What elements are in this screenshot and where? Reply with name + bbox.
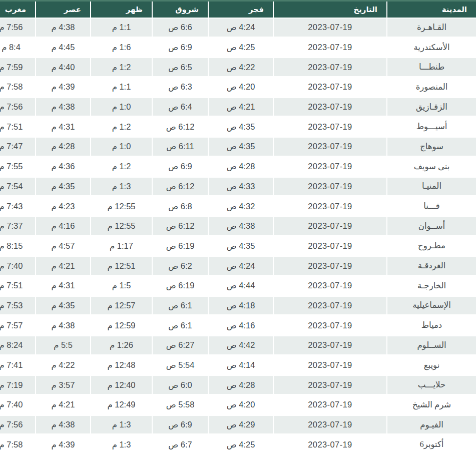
- cell-city: بنى سويف: [387, 157, 476, 177]
- cell-sunrise: 6:19 ص: [152, 236, 208, 256]
- cell-date: 2023-07-19: [273, 38, 387, 58]
- cell-city: أســوان: [387, 216, 476, 236]
- cell-sunrise: 6:9 ص: [152, 157, 208, 177]
- cell-maghrib: 7:56 م: [0, 97, 36, 117]
- table-row: أكتوبر62023-07-194:25 ص6:7 ص1:3 م4:39 م7…: [0, 434, 476, 454]
- cell-asr: 4:38 م: [36, 97, 91, 117]
- cell-sunrise: 6:12 ص: [152, 177, 208, 197]
- cell-sunrise: 6:7 ص: [152, 434, 208, 454]
- cell-maghrib: 7:37 م: [0, 216, 36, 236]
- cell-sunrise: 6:3 ص: [152, 77, 208, 97]
- cell-dhuhr: 1:3 م: [91, 415, 152, 435]
- cell-dhuhr: 1:2 م: [91, 117, 152, 137]
- cell-fajr: 4:25 ص: [208, 38, 273, 58]
- table-row: بنى سويف2023-07-194:28 ص6:9 ص1:2 م4:36 م…: [0, 157, 476, 177]
- cell-sunrise: 6:0 ص: [152, 375, 208, 395]
- cell-dhuhr: 1:6 م: [91, 38, 152, 58]
- cell-dhuhr: 1:1 م: [91, 77, 152, 97]
- cell-fajr: 4:35 ص: [208, 236, 273, 256]
- cell-city: القـاهـرة: [387, 18, 476, 38]
- cell-city: الإسماعيلية: [387, 296, 476, 316]
- column-header-fajr: فجر: [208, 2, 273, 18]
- column-header-date: التاريخ: [273, 2, 387, 18]
- table-row: أســوان2023-07-194:38 ص6:12 ص12:55 م4:16…: [0, 216, 476, 236]
- cell-maghrib: 7:53 م: [0, 296, 36, 316]
- cell-dhuhr: 1:3 م: [91, 177, 152, 197]
- cell-fajr: 4:21 ص: [208, 97, 273, 117]
- cell-maghrib: 7:40 م: [0, 395, 36, 415]
- prayer-times-page: المدينةالتاريخفجرشروقظهرعصرمغربعشاء القـ…: [0, 0, 476, 456]
- cell-fajr: 4:42 ص: [208, 335, 273, 355]
- cell-asr: 4:36 م: [36, 157, 91, 177]
- table-row: المنيـا2023-07-194:33 ص6:12 ص1:3 م4:35 م…: [0, 177, 476, 197]
- cell-city: الســلوم: [387, 335, 476, 355]
- cell-sunrise: 6:27 ص: [152, 335, 208, 355]
- cell-dhuhr: 12:49 م: [91, 395, 152, 415]
- cell-city: المنيـا: [387, 177, 476, 197]
- cell-asr: 4:38 م: [36, 415, 91, 435]
- cell-fajr: 4:16 ص: [208, 315, 273, 335]
- cell-dhuhr: 12:48 م: [91, 355, 152, 375]
- cell-dhuhr: 12:51 م: [91, 256, 152, 276]
- table-row: أسيـــوط2023-07-194:35 ص6:12 ص1:2 م4:31 …: [0, 117, 476, 137]
- cell-maghrib: 7:57 م: [0, 315, 36, 335]
- cell-fajr: 4:32 ص: [208, 196, 273, 216]
- cell-sunrise: 6:1 ص: [152, 315, 208, 335]
- cell-date: 2023-07-19: [273, 355, 387, 375]
- cell-maghrib: 7:56 م: [0, 18, 36, 38]
- table-row: الخارجـة2023-07-194:44 ص6:19 ص1:5 م4:31 …: [0, 276, 476, 296]
- cell-asr: 3:57 م: [36, 375, 91, 395]
- cell-maghrib: 7:47 م: [0, 137, 36, 157]
- prayer-table-body: القـاهـرة2023-07-194:24 ص6:6 ص1:1 م4:38 …: [0, 18, 476, 454]
- table-row: مطـروح2023-07-194:35 ص6:19 ص1:17 م4:57 م…: [0, 236, 476, 256]
- cell-fajr: 4:20 ص: [208, 77, 273, 97]
- cell-date: 2023-07-19: [273, 335, 387, 355]
- cell-dhuhr: 1:2 م: [91, 57, 152, 77]
- cell-maghrib: 7:59 م: [0, 57, 36, 77]
- cell-dhuhr: 1:0 م: [91, 97, 152, 117]
- cell-date: 2023-07-19: [273, 236, 387, 256]
- cell-fajr: 4:28 ص: [208, 157, 273, 177]
- cell-maghrib: 7:54 م: [0, 177, 36, 197]
- cell-asr: 4:57 م: [36, 236, 91, 256]
- table-row: سوهاج2023-07-194:35 ص6:11 ص1:0 م4:28 م7:…: [0, 137, 476, 157]
- cell-asr: 4:31 م: [36, 276, 91, 296]
- cell-asr: 4:22 م: [36, 355, 91, 375]
- cell-asr: 4:45 م: [36, 38, 91, 58]
- table-row: المنصورة2023-07-194:20 ص6:3 ص1:1 م4:39 م…: [0, 77, 476, 97]
- cell-date: 2023-07-19: [273, 256, 387, 276]
- column-header-sunrise: شروق: [152, 2, 208, 18]
- table-row: طنطـــا2023-07-194:22 ص6:5 ص1:2 م4:40 م7…: [0, 57, 476, 77]
- table-row: دمياط2023-07-194:16 ص6:1 ص12:59 م4:38 م7…: [0, 315, 476, 335]
- cell-asr: 4:21 م: [36, 256, 91, 276]
- cell-sunrise: 6:19 ص: [152, 276, 208, 296]
- cell-city: الخارجـة: [387, 276, 476, 296]
- cell-maghrib: 7:55 م: [0, 157, 36, 177]
- cell-date: 2023-07-19: [273, 157, 387, 177]
- cell-maghrib: 7:40 م: [0, 256, 36, 276]
- cell-fajr: 4:35 ص: [208, 137, 273, 157]
- cell-maghrib: 8:4 م: [0, 38, 36, 58]
- cell-city: دمياط: [387, 315, 476, 335]
- cell-fajr: 4:20 ص: [208, 395, 273, 415]
- cell-maghrib: 7:19 م: [0, 375, 36, 395]
- cell-maghrib: 7:43 م: [0, 196, 36, 216]
- cell-sunrise: 6:11 ص: [152, 137, 208, 157]
- cell-city: الأسكندرية: [387, 38, 476, 58]
- table-row: الإسماعيلية2023-07-194:18 ص6:1 ص12:57 م4…: [0, 296, 476, 316]
- cell-date: 2023-07-19: [273, 97, 387, 117]
- cell-asr: 4:35 م: [36, 177, 91, 197]
- table-row: الفيـوم2023-07-194:29 ص6:9 ص1:3 م4:38 م7…: [0, 415, 476, 435]
- cell-asr: 4:31 م: [36, 117, 91, 137]
- cell-fajr: 4:22 ص: [208, 57, 273, 77]
- cell-date: 2023-07-19: [273, 196, 387, 216]
- table-row: الزقـازيق2023-07-194:21 ص6:4 ص1:0 م4:38 …: [0, 97, 476, 117]
- cell-asr: 4:21 م: [36, 395, 91, 415]
- cell-asr: 4:39 م: [36, 434, 91, 454]
- cell-maghrib: 8:15 م: [0, 236, 36, 256]
- cell-city: المنصورة: [387, 77, 476, 97]
- cell-fajr: 4:33 ص: [208, 177, 273, 197]
- column-header-dhuhr: ظهر: [91, 2, 152, 18]
- cell-asr: 4:28 م: [36, 137, 91, 157]
- cell-dhuhr: 12:57 م: [91, 296, 152, 316]
